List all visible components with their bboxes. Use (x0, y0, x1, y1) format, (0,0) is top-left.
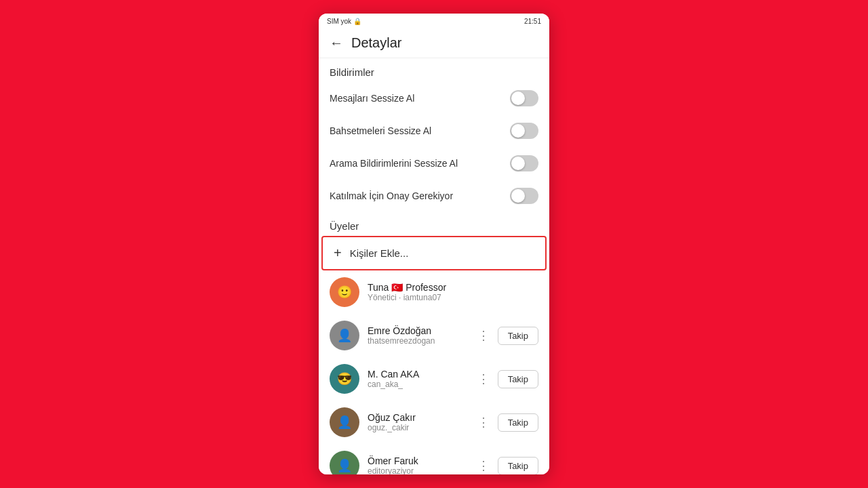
plus-icon: + (334, 245, 342, 261)
toggle-mute-messages-label: Mesajları Sessize Al (330, 93, 414, 104)
sim-status: SIM yok 🔒 (327, 18, 361, 25)
member-username-can: can_aka_ (368, 380, 475, 389)
avatar-tuna: 🙂 (330, 277, 359, 307)
toggle-mute-calls: Arama Bildirimlerini Sessize Al (319, 147, 549, 180)
add-people-label: Kişiler Ekle... (350, 247, 409, 259)
status-bar: SIM yok 🔒 21:51 (319, 14, 549, 28)
member-username-omer: editoryaziyor (368, 466, 475, 474)
follow-button-omer[interactable]: Takip (498, 457, 538, 475)
toggle-mute-mentions: Bahsetmeleri Sessize Al (319, 115, 549, 147)
toggle-join-approval-switch[interactable] (510, 188, 538, 204)
member-actions-emre: ⋮ Takip (475, 325, 538, 346)
member-info-tuna: Tuna 🇹🇷 Professor Yönetici · iamtuna07 (368, 282, 538, 302)
toggle-mute-messages: Mesajları Sessize Al (319, 82, 549, 115)
member-actions-omer: ⋮ Takip (475, 455, 538, 474)
member-row-omer: 👤 Ömer Faruk editoryaziyor ⋮ Takip (319, 444, 549, 474)
member-actions-can: ⋮ Takip (475, 369, 538, 389)
member-username-oguz: oguz._cakir (368, 423, 475, 432)
status-bar-right: 21:51 (524, 18, 541, 25)
avatar-omer: 👤 (330, 451, 359, 474)
toggle-join-approval-label: Katılmak İçin Onay Gerekiyor (330, 190, 453, 201)
member-name-can: M. Can AKA (368, 369, 475, 380)
toggle-mute-mentions-label: Bahsetmeleri Sessize Al (330, 125, 431, 136)
toggle-mute-calls-switch[interactable] (510, 155, 538, 171)
toggle-mute-calls-label: Arama Bildirimlerini Sessize Al (330, 158, 458, 169)
member-info-oguz: Oğuz Çakır oguz._cakir (368, 412, 475, 432)
follow-button-oguz[interactable]: Takip (498, 413, 538, 432)
member-actions-oguz: ⋮ Takip (475, 412, 538, 432)
member-name-oguz: Oğuz Çakır (368, 412, 475, 423)
member-name-omer: Ömer Faruk (368, 455, 475, 466)
avatar-oguz: 👤 (330, 407, 359, 437)
add-people-button[interactable]: + Kişiler Ekle... (321, 236, 547, 270)
clock: 21:51 (524, 18, 541, 25)
member-row-oguz: 👤 Oğuz Çakır oguz._cakir ⋮ Takip (319, 401, 549, 444)
back-button[interactable]: ← (330, 35, 343, 51)
toggle-mute-messages-switch[interactable] (510, 90, 538, 106)
toggle-mute-mentions-switch[interactable] (510, 123, 538, 139)
member-row-tuna: 🙂 Tuna 🇹🇷 Professor Yönetici · iamtuna07 (319, 270, 549, 314)
page-header: ← Detaylar (319, 28, 549, 58)
member-name-tuna: Tuna 🇹🇷 Professor (368, 282, 538, 293)
follow-button-emre[interactable]: Takip (498, 327, 538, 345)
member-info-emre: Emre Özdoğan thatsemreezdogan (368, 325, 475, 346)
three-dots-omer[interactable]: ⋮ (475, 455, 492, 474)
member-info-omer: Ömer Faruk editoryaziyor (368, 455, 475, 474)
three-dots-emre[interactable]: ⋮ (475, 325, 492, 346)
phone-screen: SIM yok 🔒 21:51 ← Detaylar Bildirimler M… (319, 14, 549, 474)
notifications-section-label: Bildirimler (319, 58, 549, 82)
members-section-label: Üyeler (319, 212, 549, 236)
status-bar-left: SIM yok 🔒 (327, 18, 361, 25)
member-row-emre: 👤 Emre Özdoğan thatsemreezdogan ⋮ Takip (319, 314, 549, 357)
member-info-can: M. Can AKA can_aka_ (368, 369, 475, 389)
member-row-can: 😎 M. Can AKA can_aka_ ⋮ Takip (319, 357, 549, 401)
toggle-join-approval: Katılmak İçin Onay Gerekiyor (319, 180, 549, 212)
avatar-emre: 👤 (330, 321, 359, 350)
avatar-can: 😎 (330, 364, 359, 394)
member-name-emre: Emre Özdoğan (368, 325, 475, 336)
member-username-tuna: Yönetici · iamtuna07 (368, 293, 538, 302)
three-dots-oguz[interactable]: ⋮ (475, 412, 492, 432)
three-dots-can[interactable]: ⋮ (475, 369, 492, 389)
follow-button-can[interactable]: Takip (498, 370, 538, 388)
page-title: Detaylar (351, 35, 401, 51)
scroll-area[interactable]: Bildirimler Mesajları Sessize Al Bahsetm… (319, 58, 549, 474)
member-username-emre: thatsemreezdogan (368, 336, 475, 346)
